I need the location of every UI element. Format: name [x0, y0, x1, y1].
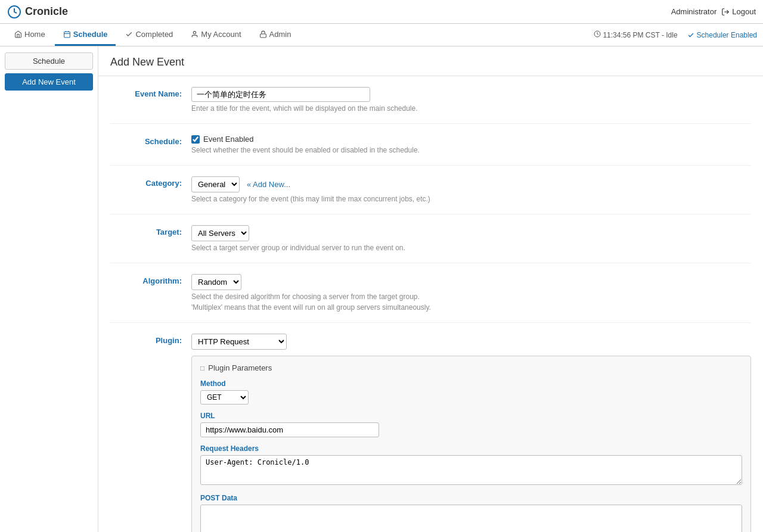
- svg-rect-2: [64, 32, 70, 38]
- user-area: Administrator Logout: [671, 7, 756, 16]
- event-name-hint: Enter a title for the event, which will …: [191, 104, 751, 113]
- plugin-params-title: □ Plugin Parameters: [200, 363, 742, 372]
- main-layout: Schedule Add New Event Add New Event Eve…: [0, 46, 763, 532]
- event-name-label: Event Name:: [110, 87, 182, 98]
- algorithm-hint-1: Select the desired algorithm for choosin…: [191, 293, 751, 301]
- logo-icon: [7, 5, 21, 19]
- plugin-select[interactable]: HTTP Request: [191, 334, 287, 350]
- post-data-input[interactable]: [200, 505, 742, 532]
- username: Administrator: [671, 7, 717, 16]
- target-row: Target: All Servers Select a target serv…: [110, 214, 751, 263]
- user-icon: [191, 30, 198, 38]
- navtabs-left: Home Schedule Completed My Account: [6, 24, 299, 46]
- schedule-controls: Event Enabled Select whether the event s…: [191, 135, 751, 154]
- collapse-icon[interactable]: □: [200, 364, 204, 372]
- plugin-params-box: □ Plugin Parameters Method GET POST PUT …: [191, 356, 751, 532]
- algorithm-controls: Random Select the desired algorithm for …: [191, 274, 751, 312]
- tab-admin[interactable]: Admin: [251, 24, 300, 46]
- svg-rect-7: [260, 33, 266, 37]
- status-time: 11:34:56 PM CST - Idle: [594, 30, 678, 39]
- plugin-controls: HTTP Request □ Plugin Parameters Method: [191, 334, 751, 532]
- check-icon: [125, 30, 133, 38]
- target-select[interactable]: All Servers: [191, 225, 249, 241]
- logout-button[interactable]: Logout: [721, 7, 756, 16]
- tab-schedule[interactable]: Schedule: [55, 24, 116, 46]
- logo-area: Cronicle: [7, 5, 68, 19]
- category-hint: Select a category for the event (this ma…: [191, 195, 751, 203]
- schedule-label: Schedule:: [110, 135, 182, 146]
- schedule-hint: Select whether the event should be enabl…: [191, 146, 751, 154]
- home-icon: [14, 30, 22, 38]
- target-controls: All Servers Select a target server group…: [191, 225, 751, 252]
- clock-icon: [594, 30, 601, 38]
- request-headers-input[interactable]: User-Agent: Cronicle/1.0: [200, 455, 742, 485]
- page-title: Add New Event: [98, 46, 763, 76]
- schedule-row: Schedule: Event Enabled Select whether t…: [110, 124, 751, 166]
- sidebar-schedule-button[interactable]: Schedule: [5, 52, 93, 70]
- algorithm-hint-2: 'Multiplex' means that the event will ru…: [191, 303, 751, 312]
- event-enabled-label: Event Enabled: [191, 135, 751, 144]
- category-label: Category:: [110, 176, 182, 188]
- url-section: URL: [200, 412, 742, 437]
- url-input[interactable]: [200, 422, 379, 437]
- calendar-icon: [63, 30, 71, 38]
- scheduler-status: Scheduler Enabled: [687, 31, 757, 39]
- post-data-section: POST Data: [200, 494, 742, 532]
- algorithm-row: Algorithm: Random Select the desired alg…: [110, 263, 751, 323]
- topbar: Cronicle Administrator Logout: [0, 0, 763, 24]
- category-row: Category: General « Add New... Select a …: [110, 166, 751, 214]
- add-new-category-link[interactable]: « Add New...: [247, 180, 290, 189]
- method-section: Method GET POST PUT DELETE: [200, 379, 742, 405]
- algorithm-select[interactable]: Random: [191, 274, 241, 290]
- logo-text: Cronicle: [25, 5, 68, 18]
- url-label: URL: [200, 412, 742, 420]
- plugin-row: Plugin: HTTP Request □ Plugin Parameters: [110, 323, 751, 532]
- event-name-controls: Enter a title for the event, which will …: [191, 87, 751, 113]
- content-area: Add New Event Event Name: Enter a title …: [98, 46, 763, 532]
- event-name-row: Event Name: Enter a title for the event,…: [110, 76, 751, 124]
- logout-icon: [721, 8, 730, 16]
- category-controls: General « Add New... Select a category f…: [191, 176, 751, 203]
- sidebar-add-event-button[interactable]: Add New Event: [5, 73, 93, 91]
- tab-completed[interactable]: Completed: [117, 24, 181, 46]
- method-label: Method: [200, 379, 742, 388]
- algorithm-label: Algorithm:: [110, 274, 182, 285]
- event-form: Event Name: Enter a title for the event,…: [98, 76, 763, 532]
- target-hint: Select a target server group or individu…: [191, 244, 751, 252]
- svg-point-6: [194, 31, 196, 33]
- request-headers-section: Request Headers User-Agent: Cronicle/1.0: [200, 444, 742, 487]
- navtabs: Home Schedule Completed My Account: [0, 24, 763, 46]
- plugin-label: Plugin:: [110, 334, 182, 345]
- event-enabled-checkbox[interactable]: [191, 135, 200, 144]
- request-headers-label: Request Headers: [200, 444, 742, 453]
- tab-my-account[interactable]: My Account: [182, 24, 249, 46]
- target-label: Target:: [110, 225, 182, 237]
- plugin-select-area: HTTP Request: [191, 334, 751, 350]
- checkmark-icon: [687, 32, 694, 39]
- post-data-label: POST Data: [200, 494, 742, 502]
- navtabs-right: 11:34:56 PM CST - Idle Scheduler Enabled: [594, 30, 757, 39]
- category-select[interactable]: General: [191, 176, 240, 192]
- method-select[interactable]: GET POST PUT DELETE: [200, 390, 249, 405]
- lock-icon: [259, 30, 267, 38]
- event-name-input[interactable]: [191, 87, 370, 102]
- tab-home[interactable]: Home: [6, 24, 54, 46]
- sidebar: Schedule Add New Event: [0, 46, 98, 532]
